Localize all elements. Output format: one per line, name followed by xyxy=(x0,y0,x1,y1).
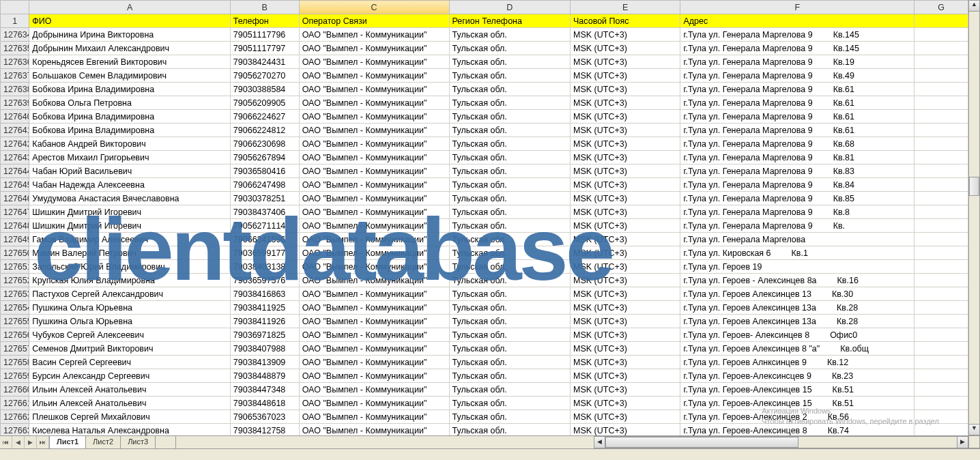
scroll-up-button[interactable]: ▲ xyxy=(968,0,980,12)
table-cell[interactable]: ОАО "Вымпел - Коммуникации" xyxy=(299,137,449,151)
table-cell[interactable]: 79066241596 xyxy=(230,233,299,246)
table-cell[interactable]: Ильин Алексей Анатольевич xyxy=(29,383,230,397)
table-cell[interactable]: ОАО "Вымпел - Коммуникации" xyxy=(299,69,449,83)
table-cell[interactable] xyxy=(914,424,968,436)
vscroll-track[interactable] xyxy=(968,12,980,424)
table-cell[interactable]: ОАО "Вымпел - Коммуникации" xyxy=(299,110,449,124)
table-cell[interactable]: Тульская обл. xyxy=(449,315,571,328)
table-cell[interactable]: MSK (UTC+3) xyxy=(571,287,680,301)
table-cell[interactable]: MSK (UTC+3) xyxy=(571,301,680,315)
table-cell[interactable]: г.Тула ул. Героев-Алексинцев 2Кв.56 xyxy=(680,410,914,424)
table-cell[interactable] xyxy=(914,369,968,383)
scroll-down-button[interactable]: ▼ xyxy=(968,424,980,435)
table-cell[interactable] xyxy=(914,151,968,164)
table-cell[interactable]: Тульская обл. xyxy=(449,274,571,287)
table-cell[interactable]: Запольский Юрий Владимирович xyxy=(29,260,230,274)
table-cell[interactable]: Тульская обл. xyxy=(449,342,571,356)
table-cell[interactable]: г.Тула ул. Генерала Маргелова 9Кв.84 xyxy=(680,178,914,192)
scroll-left-button[interactable]: ◀ xyxy=(594,436,605,448)
table-cell[interactable]: ОАО "Вымпел - Коммуникации" xyxy=(299,124,449,137)
table-cell[interactable]: ОАО "Вымпел - Коммуникации" xyxy=(299,356,449,369)
table-cell[interactable]: г.Тула ул. Героев-Алексинсцев 9Кв.23 xyxy=(680,369,914,383)
row-header[interactable]: 127636 xyxy=(1,55,29,69)
table-cell[interactable]: ОАО "Вымпел - Коммуникации" xyxy=(299,42,449,55)
table-cell[interactable] xyxy=(914,315,968,328)
table-cell[interactable] xyxy=(914,124,968,137)
table-cell[interactable]: 79038411926 xyxy=(230,315,299,328)
table-cell[interactable]: Тульская обл. xyxy=(449,410,571,424)
table-cell[interactable]: Шишкин Дмитрий Игоревич xyxy=(29,219,230,233)
row-header[interactable]: 127637 xyxy=(1,69,29,83)
row-header[interactable]: 127650 xyxy=(1,246,29,260)
table-cell[interactable]: MSK (UTC+3) xyxy=(571,164,680,178)
row-header[interactable]: 127652 xyxy=(1,274,29,287)
table-cell[interactable]: г.Тула ул. Генерала Маргелова xyxy=(680,233,914,246)
table-cell[interactable]: ОАО "Вымпел - Коммуникации" xyxy=(299,246,449,260)
table-cell[interactable] xyxy=(914,383,968,397)
table-cell[interactable]: MSK (UTC+3) xyxy=(571,205,680,219)
table-cell[interactable]: г.Тула ул. Генерала Маргелова 9Кв.61 xyxy=(680,96,914,110)
table-cell[interactable]: г.Тула ул. Генерала Маргелова 9Кв.49 xyxy=(680,69,914,83)
column-header-A[interactable]: A xyxy=(29,1,230,14)
row-header[interactable]: 127659 xyxy=(1,369,29,383)
table-cell[interactable]: MSK (UTC+3) xyxy=(571,424,680,436)
table-cell[interactable]: ОАО "Вымпел - Коммуникации" xyxy=(299,164,449,178)
table-cell[interactable]: MSK (UTC+3) xyxy=(571,328,680,342)
table-cell[interactable]: 79038411925 xyxy=(230,301,299,315)
table-cell[interactable]: MSK (UTC+3) xyxy=(571,151,680,164)
table-cell[interactable]: ОАО "Вымпел - Коммуникации" xyxy=(299,287,449,301)
table-cell[interactable]: Тульская обл. xyxy=(449,124,571,137)
table-cell[interactable]: г.Тула ул. Кировская 6Кв.1 xyxy=(680,246,914,260)
table-cell[interactable]: MSK (UTC+3) xyxy=(571,124,680,137)
header-cell-D[interactable]: Регион Телефона xyxy=(449,14,571,28)
sheet-tab[interactable]: Лист2 xyxy=(86,436,121,448)
header-cell-B[interactable]: Телефон xyxy=(230,14,299,28)
table-cell[interactable]: MSK (UTC+3) xyxy=(571,69,680,83)
table-cell[interactable]: MSK (UTC+3) xyxy=(571,397,680,410)
header-cell-A[interactable]: ФИО xyxy=(29,14,230,28)
table-cell[interactable]: г.Тула ул. Генерала Маргелова 9Кв.85 xyxy=(680,192,914,205)
table-cell[interactable]: г.Тула ул. Генерала Маргелова 9Кв.145 xyxy=(680,28,914,42)
column-header-B[interactable]: B xyxy=(230,1,299,14)
table-cell[interactable]: Тульская обл. xyxy=(449,260,571,274)
table-cell[interactable]: ОАО "Вымпел - Коммуникации" xyxy=(299,410,449,424)
table-cell[interactable]: MSK (UTC+3) xyxy=(571,410,680,424)
table-cell[interactable]: 79066224627 xyxy=(230,110,299,124)
table-cell[interactable] xyxy=(914,397,968,410)
table-cell[interactable]: MSK (UTC+3) xyxy=(571,260,680,274)
row-header[interactable]: 127653 xyxy=(1,287,29,301)
table-cell[interactable]: Бобкова Ирина Владимировна xyxy=(29,124,230,137)
table-cell[interactable]: Тульская обл. xyxy=(449,424,571,436)
table-cell[interactable]: Арестов Михаил Григорьевич xyxy=(29,151,230,164)
table-cell[interactable]: г.Тула ул. Героев-Алексинцев 8Кв.74 xyxy=(680,424,914,436)
table-cell[interactable]: MSK (UTC+3) xyxy=(571,192,680,205)
table-cell[interactable]: ОАО "Вымпел - Коммуникации" xyxy=(299,424,449,436)
sheet-tab[interactable]: Лист1 xyxy=(50,436,86,449)
table-cell[interactable]: 79051117796 xyxy=(230,28,299,42)
table-cell[interactable]: Тульская обл. xyxy=(449,205,571,219)
table-cell[interactable]: г.Тула ул. Генерала Маргелова 9Кв.61 xyxy=(680,83,914,96)
table-cell[interactable] xyxy=(914,28,968,42)
table-cell[interactable]: ОАО "Вымпел - Коммуникации" xyxy=(299,383,449,397)
table-cell[interactable]: ОАО "Вымпел - Коммуникации" xyxy=(299,55,449,69)
table-cell[interactable]: MSK (UTC+3) xyxy=(571,219,680,233)
tab-prev-button[interactable]: ◀ xyxy=(12,436,25,448)
horizontal-scrollbar[interactable]: ◀ ▶ xyxy=(594,435,968,448)
tab-first-button[interactable]: ⏮ xyxy=(0,436,12,448)
column-header-G[interactable]: G xyxy=(914,1,968,14)
table-cell[interactable]: 79038403138 xyxy=(230,260,299,274)
row-header[interactable]: 127658 xyxy=(1,356,29,369)
table-cell[interactable]: MSK (UTC+3) xyxy=(571,274,680,287)
table-cell[interactable]: г.Тула ул. Героев-Алексинцев 15Кв.51 xyxy=(680,397,914,410)
row-header[interactable]: 127638 xyxy=(1,83,29,96)
table-cell[interactable] xyxy=(914,301,968,315)
tab-next-button[interactable]: ▶ xyxy=(25,436,37,448)
table-cell[interactable]: MSK (UTC+3) xyxy=(571,28,680,42)
table-cell[interactable] xyxy=(914,274,968,287)
table-cell[interactable]: Добрынина Ирина Викторовна xyxy=(29,28,230,42)
table-cell[interactable]: 79038412758 xyxy=(230,424,299,436)
table-cell[interactable]: Тульская обл. xyxy=(449,28,571,42)
table-cell[interactable]: Чабан Надежда Алексеевна xyxy=(29,178,230,192)
table-cell[interactable]: 79030378251 xyxy=(230,192,299,205)
table-cell[interactable]: MSK (UTC+3) xyxy=(571,96,680,110)
